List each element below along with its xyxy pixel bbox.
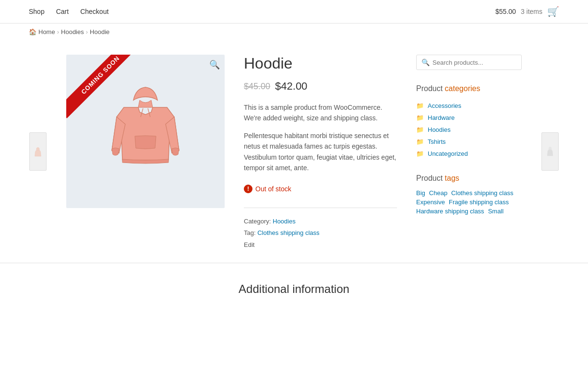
tag-label: Tag: xyxy=(244,229,256,236)
tag-big[interactable]: Big xyxy=(416,189,425,197)
breadcrumb-hoodies[interactable]: Hoodies xyxy=(61,28,84,35)
out-of-stock-icon: ! xyxy=(244,185,252,193)
category-label: Category: xyxy=(244,218,271,225)
search-input[interactable] xyxy=(432,59,516,66)
prev-product-thumb[interactable] xyxy=(29,132,47,171)
product-title: Hoodie xyxy=(244,55,397,72)
breadcrumb-home[interactable]: Home xyxy=(38,28,55,35)
search-box: 🔍 xyxy=(416,55,522,70)
tag-hardware-shipping-class[interactable]: Hardware shipping class xyxy=(416,208,484,215)
tags-title: Product tags xyxy=(416,174,522,183)
zoom-icon[interactable]: 🔍 xyxy=(209,59,220,70)
breadcrumb-sep-1: › xyxy=(57,28,59,35)
prev-thumb-icon xyxy=(32,146,44,157)
tag-fragile-shipping-class[interactable]: Fragile shipping class xyxy=(449,198,509,206)
next-thumb-icon xyxy=(544,146,556,157)
folder-icon: 📁 xyxy=(416,102,424,109)
categories-title: Product categories xyxy=(416,84,522,93)
nav-cart[interactable]: Cart xyxy=(56,8,69,15)
folder-icon-5: 📁 xyxy=(416,150,424,157)
category-link[interactable]: Hoodies xyxy=(273,218,296,225)
tags-wrap: Big Cheap Clothes shipping class Expensi… xyxy=(416,189,522,215)
home-icon: 🏠 xyxy=(29,28,36,35)
category-link-accessories[interactable]: Accessories xyxy=(428,102,461,109)
product-description-1: This is a sample product from WooCommerc… xyxy=(244,102,397,124)
cart-count: 3 items xyxy=(521,8,542,15)
cart-total: $55.00 xyxy=(495,8,516,15)
product-meta: Category: Hoodies Tag: Clothes shipping … xyxy=(244,216,397,238)
tag-small[interactable]: Small xyxy=(488,208,504,215)
cart-icon[interactable]: 🛒 xyxy=(547,6,559,17)
tag-link[interactable]: Clothes shipping class xyxy=(257,229,319,236)
category-link-hardware[interactable]: Hardware xyxy=(428,114,455,121)
out-of-stock-label: Out of stock xyxy=(255,185,291,193)
folder-icon-4: 📁 xyxy=(416,138,424,145)
category-link-tshirts[interactable]: Tshirts xyxy=(428,138,446,145)
next-product-nav xyxy=(541,55,559,248)
breadcrumb: 🏠 Home › Hoodies › Hoodie xyxy=(0,23,588,40)
category-list: 📁 Accessories 📁 Hardware 📁 Hoodies 📁 Tsh… xyxy=(416,100,522,160)
sidebar: 🔍 Product categories 📁 Accessories 📁 Har… xyxy=(416,55,522,248)
tag-clothes-shipping-class[interactable]: Clothes shipping class xyxy=(451,189,513,197)
category-item-hoodies: 📁 Hoodies xyxy=(416,124,522,136)
category-link-hoodies[interactable]: Hoodies xyxy=(428,126,451,133)
breadcrumb-sep-2: › xyxy=(86,28,88,35)
price-wrap: $45.00 $42.00 xyxy=(244,80,397,93)
out-of-stock-status: ! Out of stock xyxy=(244,180,397,198)
product-image-box: COMING SOON 🔍 xyxy=(66,55,225,208)
tag-cheap[interactable]: Cheap xyxy=(429,189,447,197)
product-tag-line: Tag: Clothes shipping class xyxy=(244,227,397,238)
price-new: $42.00 xyxy=(275,80,307,93)
nav-shop[interactable]: Shop xyxy=(29,8,45,15)
category-link-uncategorized[interactable]: Uncategorized xyxy=(428,150,468,157)
cart-area: $55.00 3 items 🛒 xyxy=(495,6,559,17)
product-section: COMING SOON 🔍 xyxy=(66,55,397,248)
additional-section: Additional information xyxy=(0,263,588,305)
additional-title: Additional information xyxy=(29,273,559,305)
product-divider xyxy=(244,208,397,208)
folder-icon-2: 📁 xyxy=(416,114,424,121)
product-category-line: Category: Hoodies xyxy=(244,216,397,227)
nav-links: Shop Cart Checkout xyxy=(29,8,108,15)
category-item-uncategorized: 📁 Uncategorized xyxy=(416,148,522,160)
tag-expensive[interactable]: Expensive xyxy=(416,198,445,206)
hoodie-illustration xyxy=(97,79,193,184)
price-old: $45.00 xyxy=(244,82,270,92)
product-details: Hoodie $45.00 $42.00 This is a sample pr… xyxy=(244,55,397,248)
product-description-2: Pellentesque habitant morbi tristique se… xyxy=(244,130,397,174)
nav-checkout[interactable]: Checkout xyxy=(80,8,108,15)
product-edit: Edit xyxy=(244,241,397,248)
edit-link[interactable]: Edit xyxy=(244,241,254,248)
top-navigation: Shop Cart Checkout $55.00 3 items 🛒 xyxy=(0,0,588,23)
product-image-wrap: COMING SOON 🔍 xyxy=(66,55,225,248)
breadcrumb-current: Hoodie xyxy=(90,28,109,35)
search-icon: 🔍 xyxy=(421,58,430,66)
prev-product-nav xyxy=(29,55,47,248)
main-content: COMING SOON 🔍 xyxy=(0,40,588,263)
next-product-thumb[interactable] xyxy=(541,132,559,171)
category-item-hardware: 📁 Hardware xyxy=(416,112,522,124)
category-item-accessories: 📁 Accessories xyxy=(416,100,522,112)
category-item-tshirts: 📁 Tshirts xyxy=(416,136,522,148)
folder-icon-3: 📁 xyxy=(416,126,424,133)
